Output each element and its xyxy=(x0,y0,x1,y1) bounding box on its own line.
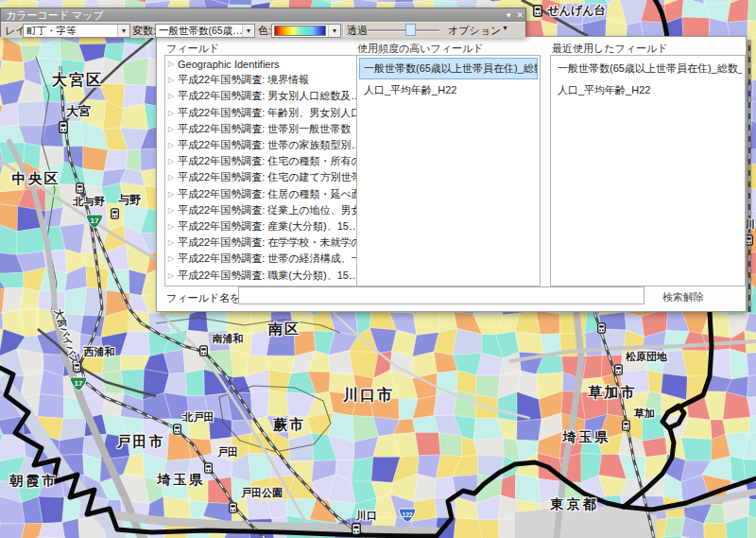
expander-icon[interactable] xyxy=(168,173,178,182)
station-icon xyxy=(615,365,623,374)
expander-icon[interactable] xyxy=(168,222,178,231)
station-icon xyxy=(77,183,84,193)
color-code-map-dialog: カラーコード マップ レイヤ: 町丁・字等 変数: 一般世帯数(65歳… 色: xyxy=(0,8,526,37)
color-ramp-select[interactable] xyxy=(271,24,341,38)
svg-text:17: 17 xyxy=(91,217,99,225)
recent-field-item[interactable]: 人口_平均年齢_H22 xyxy=(553,79,743,101)
station-icon xyxy=(623,421,630,430)
frequent-field-item[interactable]: 一般世帯数(65歳以上世帯員在住)_総数_H22 xyxy=(359,58,538,79)
svg-text:122: 122 xyxy=(403,512,413,518)
map-label-minami-urawa: 南浦和 xyxy=(213,334,244,344)
station-icon xyxy=(112,209,119,218)
map-label-matsubara-danchi: 松原団地 xyxy=(626,352,667,362)
variable-select[interactable]: 一般世帯数(65歳… xyxy=(155,24,255,38)
map-label-toda-koen: 戸田公園 xyxy=(241,488,283,498)
field-list-item[interactable]: 平成22年国勢調査: 住宅の種類・所有の… xyxy=(165,153,357,169)
fields-header: フィールド xyxy=(166,42,219,56)
map-label-kawa-edge: 川 xyxy=(746,219,756,230)
map-label-warabi-shi: 蕨市 xyxy=(273,417,305,431)
map-label-saitama-ken-east: 埼玉県 xyxy=(563,430,611,443)
expander-icon[interactable] xyxy=(168,60,178,68)
station-icon xyxy=(230,503,237,512)
svg-text:17: 17 xyxy=(75,379,83,388)
expander-icon[interactable] xyxy=(168,206,178,215)
expander-icon[interactable] xyxy=(168,76,178,84)
map-label-toda-shi: 戸田市 xyxy=(117,434,165,448)
field-list-item[interactable]: 平成22年国勢調査: 世帯別一般世帯数 xyxy=(165,121,357,137)
field-list-item[interactable]: 平成22年国勢調査: 年齢別、男女別人口 xyxy=(165,105,357,121)
station-icon xyxy=(200,346,208,356)
screen: 17 17 122 せんげん台 大宮区 大宮 中央区 北与野 与野 大宮バイパス… xyxy=(0,0,756,538)
toolbar-separator xyxy=(342,25,344,36)
station-icon xyxy=(205,463,213,473)
map-label-nishi-urawa: 西浦和 xyxy=(84,347,115,357)
field-list-item[interactable]: 平成22年国勢調査: 職業(大分類)、15… xyxy=(165,267,357,283)
dialog-toolbar: レイヤ: 町丁・字等 変数: 一般世帯数(65歳… 色: 透過 オプション xyxy=(1,22,525,38)
frequent-fields-listbox[interactable]: 一般世帯数(65歳以上世帯員在住)_総数_H22 人口_平均年齢_H22 xyxy=(356,55,541,286)
frequent-fields-header: 使用頻度の高いフィールド xyxy=(357,42,484,56)
field-list-item[interactable]: 平成22年国勢調査: 男女別人口総数及… xyxy=(165,88,357,104)
options-label: オプション xyxy=(448,25,501,37)
frequent-field-item[interactable]: 人口_平均年齢_H22 xyxy=(359,79,538,101)
map-label-chuo-ku: 中央区 xyxy=(12,171,60,185)
transparency-slider[interactable] xyxy=(368,24,439,37)
map-label-omiya-station: 大宮 xyxy=(66,105,91,117)
recent-fields-header: 最近使用したフィールド xyxy=(552,42,668,56)
field-list-item[interactable]: 平成22年国勢調査: 住宅の建て方別世帯数 xyxy=(165,169,357,185)
field-list-item[interactable]: 平成22年国勢調査: 住居の種類・延べ面… xyxy=(165,186,357,202)
options-dropdown-icon[interactable] xyxy=(502,25,508,31)
dialog-title: カラーコード マップ xyxy=(6,9,104,21)
variable-value: 一般世帯数(65歳… xyxy=(156,25,242,38)
map-label-yono: 与野 xyxy=(118,194,141,205)
map-label-soka-station: 草加 xyxy=(634,408,655,419)
field-picker-panel: フィールド 使用頻度の高いフィールド 最近使用したフィールド Geographi… xyxy=(156,36,747,312)
clear-search-button[interactable]: 検索解除 xyxy=(662,290,704,304)
expander-icon[interactable] xyxy=(168,271,178,280)
layer-value: 町丁・字等 xyxy=(24,25,117,38)
color-ramp-preview xyxy=(274,26,326,36)
expander-icon[interactable] xyxy=(168,254,178,263)
fields-listbox[interactable]: Geographic Identifiers 平成22年国勢調査: 境界情報 平… xyxy=(164,55,372,286)
field-list-item[interactable]: 平成22年国勢調査: 産業(大分類)、15… xyxy=(165,218,357,234)
expander-icon[interactable] xyxy=(168,109,178,117)
expander-icon[interactable] xyxy=(168,190,178,199)
map-label-soka-shi: 草加市 xyxy=(589,385,637,399)
field-list-item[interactable]: 平成22年国勢調査: 従業上の地位、男女… xyxy=(165,202,357,218)
station-icon xyxy=(352,524,360,534)
layer-select[interactable]: 町丁・字等 xyxy=(23,24,130,38)
field-search-input[interactable] xyxy=(238,286,644,304)
transparency-label: 透過 xyxy=(347,25,368,37)
map-label-tokyo-to: 東京都 xyxy=(551,497,599,511)
map-label-kawaguchi-station: 川口 xyxy=(356,511,377,521)
field-list-item[interactable]: 平成22年国勢調査: 境界情報 xyxy=(165,72,357,88)
field-list-item[interactable]: Geographic Identifiers xyxy=(165,56,357,72)
expander-icon[interactable] xyxy=(168,141,178,149)
chevron-down-icon[interactable] xyxy=(117,25,129,37)
expander-icon[interactable] xyxy=(168,92,178,100)
expander-icon[interactable] xyxy=(168,125,178,133)
station-icon xyxy=(60,122,67,132)
collapse-dialog-icon[interactable] xyxy=(507,9,511,22)
map-label-kita-yono: 北与野 xyxy=(74,197,105,207)
expander-icon[interactable] xyxy=(168,157,178,165)
recent-fields-listbox[interactable]: 一般世帯数(65歳以上世帯員在住)_総数_H22 人口_平均年齢_H22 xyxy=(550,55,746,286)
map-label-sengendai: せんげん台 xyxy=(547,5,605,16)
variable-label: 変数: xyxy=(132,25,156,37)
field-list-item[interactable]: 平成22年国勢調査: 世帯の家族類型別… xyxy=(165,137,357,153)
dialog-titlebar[interactable]: カラーコード マップ xyxy=(1,9,525,22)
map-label-saitama-ken-west: 埼玉県 xyxy=(158,473,206,486)
slider-thumb[interactable] xyxy=(405,24,416,36)
recent-field-item[interactable]: 一般世帯数(65歳以上世帯員在住)_総数_H22 xyxy=(553,58,743,79)
station-icon xyxy=(534,6,541,16)
slider-track xyxy=(368,29,439,32)
field-list-item[interactable]: 平成22年国勢調査: 世帯の経済構成、一… xyxy=(165,251,357,267)
map-label-kita-toda: 北戸田 xyxy=(183,412,215,423)
expander-icon[interactable] xyxy=(168,238,178,247)
map-label-asaka-shi: 朝霞市 xyxy=(10,474,59,487)
field-list-item[interactable]: 平成22年国勢調査: 在学学校・未就学の… xyxy=(165,234,357,251)
color-label: 色: xyxy=(258,25,271,37)
map-label-minami-ku: 南区 xyxy=(268,321,301,336)
chevron-down-icon[interactable] xyxy=(242,25,254,37)
chevron-down-icon[interactable] xyxy=(328,25,340,37)
close-dialog-icon[interactable] xyxy=(516,9,524,22)
